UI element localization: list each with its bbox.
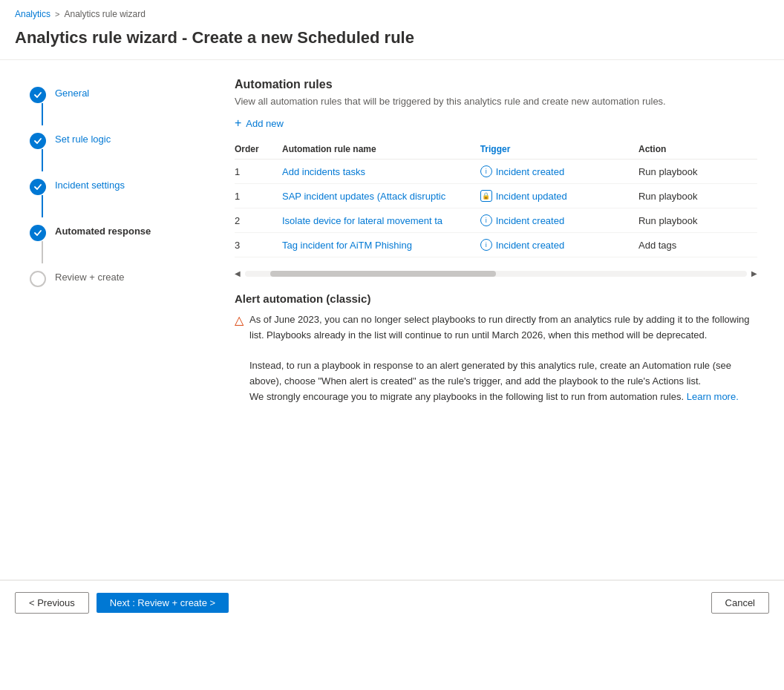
connector-automated-response: [42, 241, 43, 263]
trigger-icon-lock: 🔒: [480, 190, 492, 202]
row4-trigger: i Incident created: [480, 233, 638, 257]
cancel-button[interactable]: Cancel: [711, 592, 769, 614]
sidebar-label-general: General: [55, 85, 89, 99]
previous-button[interactable]: < Previous: [15, 592, 89, 614]
sidebar-label-incident-settings: Incident settings: [55, 177, 125, 191]
add-new-button[interactable]: + Add new: [235, 117, 284, 129]
connector-general: [42, 103, 43, 125]
col-header-action: Action: [638, 139, 757, 160]
row2-name[interactable]: SAP incident updates (Attack disruptic: [282, 184, 480, 208]
warning-icon: △: [235, 313, 244, 327]
row1-action: Run playbook: [638, 160, 757, 184]
sidebar-label-review-create: Review + create: [55, 269, 125, 283]
step-circle-general: [30, 87, 46, 103]
sidebar-step-set-rule-logic[interactable]: Set rule logic: [30, 128, 193, 174]
row3-order: 2: [235, 208, 282, 233]
scroll-left-arrow[interactable]: ◀: [235, 269, 241, 277]
automation-rules-desc: View all automation rules that will be t…: [235, 96, 757, 107]
row2-order: 1: [235, 184, 282, 208]
sidebar-label-set-rule-logic: Set rule logic: [55, 131, 111, 145]
row4-trigger-text: Incident created: [496, 240, 565, 251]
content-area: Automation rules View all automation rul…: [208, 60, 784, 579]
sidebar: General Set rule logic Incident settings: [0, 60, 208, 579]
breadcrumb-separator: >: [55, 10, 59, 19]
table-row: 3 Tag incident for AiTM Phishing i Incid…: [235, 233, 757, 257]
connector-set-rule-logic: [42, 149, 43, 171]
breadcrumb-current: Analytics rule wizard: [64, 9, 145, 19]
scrollbar-track[interactable]: [245, 271, 747, 277]
col-header-name: Automation rule name: [282, 139, 480, 160]
footer-left-buttons: < Previous Next : Review + create >: [15, 592, 229, 614]
main-layout: General Set rule logic Incident settings: [0, 60, 784, 579]
step-circle-incident-settings: [30, 179, 46, 195]
row1-name[interactable]: Add incidents tasks: [282, 160, 480, 184]
breadcrumb: Analytics > Analytics rule wizard: [0, 0, 784, 22]
row3-action: Run playbook: [638, 208, 757, 233]
table-row: 2 Isolate device for lateral movement ta…: [235, 208, 757, 233]
step-circle-automated-response: [30, 225, 46, 241]
breadcrumb-analytics-link[interactable]: Analytics: [15, 9, 50, 19]
automation-rules-table: Order Automation rule name Trigger Actio…: [235, 139, 757, 257]
sidebar-step-incident-settings[interactable]: Incident settings: [30, 174, 193, 220]
row2-action: Run playbook: [638, 184, 757, 208]
alert-text-content: As of June 2023, you can no longer selec…: [249, 312, 757, 405]
table-row: 1 Add incidents tasks i Incident created…: [235, 160, 757, 184]
connector-incident-settings: [42, 195, 43, 217]
trigger-icon-circle-i-2: i: [480, 214, 492, 226]
col-header-trigger: Trigger: [480, 139, 638, 160]
row1-trigger-text: Incident created: [496, 166, 565, 177]
plus-icon: +: [235, 117, 241, 129]
sidebar-step-automated-response[interactable]: Automated response: [30, 220, 193, 266]
horizontal-scrollbar[interactable]: ◀ ▶: [235, 269, 757, 277]
add-new-label: Add new: [246, 118, 284, 129]
trigger-icon-circle-i: i: [480, 165, 492, 177]
scrollbar-thumb: [270, 271, 496, 277]
row4-name[interactable]: Tag incident for AiTM Phishing: [282, 233, 480, 257]
automation-rules-title: Automation rules: [235, 78, 757, 91]
page-title: Analytics rule wizard - Create a new Sch…: [0, 22, 784, 59]
sidebar-step-general[interactable]: General: [30, 82, 193, 128]
row4-action: Add tags: [638, 233, 757, 257]
row2-trigger-text: Incident updated: [496, 191, 567, 202]
footer-bar: < Previous Next : Review + create > Canc…: [0, 580, 784, 625]
next-review-create-button[interactable]: Next : Review + create >: [97, 593, 229, 613]
table-row: 1 SAP incident updates (Attack disruptic…: [235, 184, 757, 208]
learn-more-link[interactable]: Learn more.: [687, 391, 739, 402]
alert-automation-title: Alert automation (classic): [235, 292, 757, 305]
row3-name[interactable]: Isolate device for lateral movement ta: [282, 208, 480, 233]
row3-trigger-text: Incident created: [496, 215, 565, 226]
scroll-right-arrow[interactable]: ▶: [751, 269, 757, 277]
sidebar-label-automated-response: Automated response: [55, 223, 151, 237]
step-circle-set-rule-logic: [30, 133, 46, 149]
trigger-icon-circle-i-3: i: [480, 239, 492, 251]
col-header-order: Order: [235, 139, 282, 160]
row2-trigger: 🔒 Incident updated: [480, 184, 638, 208]
step-circle-review-create: [30, 271, 46, 287]
row1-order: 1: [235, 160, 282, 184]
sidebar-step-review-create[interactable]: Review + create: [30, 266, 193, 290]
alert-box: △ As of June 2023, you can no longer sel…: [235, 312, 757, 405]
row1-trigger: i Incident created: [480, 160, 638, 184]
row4-order: 3: [235, 233, 282, 257]
row3-trigger: i Incident created: [480, 208, 638, 233]
